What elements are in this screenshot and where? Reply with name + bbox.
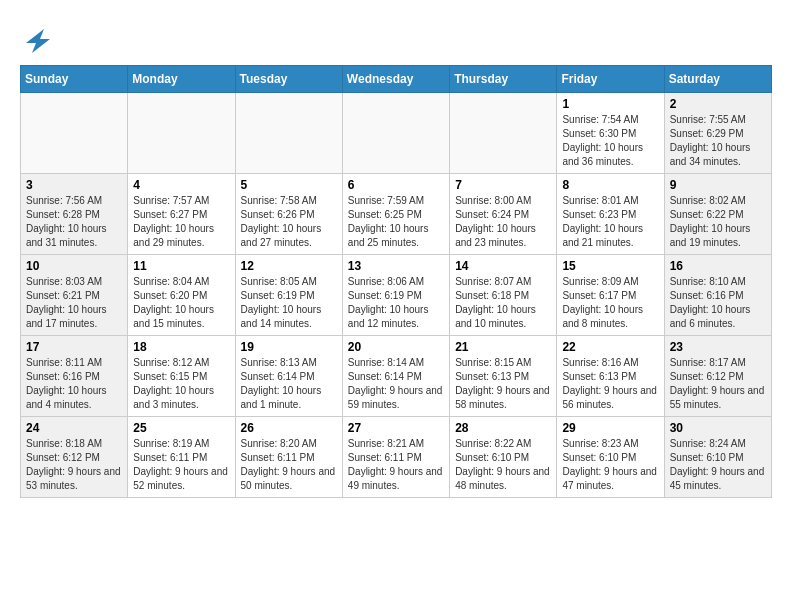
day-number: 2 [670,97,766,111]
calendar-cell: 23Sunrise: 8:17 AMSunset: 6:12 PMDayligh… [664,336,771,417]
calendar-cell: 30Sunrise: 8:24 AMSunset: 6:10 PMDayligh… [664,417,771,498]
weekday-header-sunday: Sunday [21,66,128,93]
day-number: 20 [348,340,444,354]
day-info: Sunrise: 8:23 AMSunset: 6:10 PMDaylight:… [562,437,658,493]
calendar-cell: 1Sunrise: 7:54 AMSunset: 6:30 PMDaylight… [557,93,664,174]
day-number: 29 [562,421,658,435]
calendar-cell: 16Sunrise: 8:10 AMSunset: 6:16 PMDayligh… [664,255,771,336]
day-info: Sunrise: 8:19 AMSunset: 6:11 PMDaylight:… [133,437,229,493]
day-info: Sunrise: 8:00 AMSunset: 6:24 PMDaylight:… [455,194,551,250]
day-number: 19 [241,340,337,354]
day-number: 11 [133,259,229,273]
day-info: Sunrise: 7:56 AMSunset: 6:28 PMDaylight:… [26,194,122,250]
day-info: Sunrise: 8:02 AMSunset: 6:22 PMDaylight:… [670,194,766,250]
day-info: Sunrise: 8:03 AMSunset: 6:21 PMDaylight:… [26,275,122,331]
calendar-cell: 12Sunrise: 8:05 AMSunset: 6:19 PMDayligh… [235,255,342,336]
day-info: Sunrise: 8:24 AMSunset: 6:10 PMDaylight:… [670,437,766,493]
day-info: Sunrise: 7:54 AMSunset: 6:30 PMDaylight:… [562,113,658,169]
calendar-week-4: 17Sunrise: 8:11 AMSunset: 6:16 PMDayligh… [21,336,772,417]
day-info: Sunrise: 8:09 AMSunset: 6:17 PMDaylight:… [562,275,658,331]
calendar-week-5: 24Sunrise: 8:18 AMSunset: 6:12 PMDayligh… [21,417,772,498]
day-number: 27 [348,421,444,435]
day-number: 12 [241,259,337,273]
day-info: Sunrise: 8:12 AMSunset: 6:15 PMDaylight:… [133,356,229,412]
day-number: 17 [26,340,122,354]
day-number: 7 [455,178,551,192]
calendar-cell: 5Sunrise: 7:58 AMSunset: 6:26 PMDaylight… [235,174,342,255]
day-info: Sunrise: 8:21 AMSunset: 6:11 PMDaylight:… [348,437,444,493]
weekday-header-tuesday: Tuesday [235,66,342,93]
calendar-cell: 15Sunrise: 8:09 AMSunset: 6:17 PMDayligh… [557,255,664,336]
day-info: Sunrise: 7:55 AMSunset: 6:29 PMDaylight:… [670,113,766,169]
day-info: Sunrise: 8:10 AMSunset: 6:16 PMDaylight:… [670,275,766,331]
day-info: Sunrise: 7:58 AMSunset: 6:26 PMDaylight:… [241,194,337,250]
calendar-cell [450,93,557,174]
day-number: 21 [455,340,551,354]
calendar-cell: 6Sunrise: 7:59 AMSunset: 6:25 PMDaylight… [342,174,449,255]
weekday-header-saturday: Saturday [664,66,771,93]
logo-icon [22,25,52,55]
calendar-week-1: 1Sunrise: 7:54 AMSunset: 6:30 PMDaylight… [21,93,772,174]
calendar-cell: 21Sunrise: 8:15 AMSunset: 6:13 PMDayligh… [450,336,557,417]
calendar-cell [342,93,449,174]
calendar-cell: 11Sunrise: 8:04 AMSunset: 6:20 PMDayligh… [128,255,235,336]
weekday-header-monday: Monday [128,66,235,93]
calendar-cell: 13Sunrise: 8:06 AMSunset: 6:19 PMDayligh… [342,255,449,336]
calendar-header-row: SundayMondayTuesdayWednesdayThursdayFrid… [21,66,772,93]
page-header [20,20,772,55]
day-info: Sunrise: 8:22 AMSunset: 6:10 PMDaylight:… [455,437,551,493]
calendar-cell: 14Sunrise: 8:07 AMSunset: 6:18 PMDayligh… [450,255,557,336]
svg-marker-0 [26,29,50,53]
day-info: Sunrise: 8:14 AMSunset: 6:14 PMDaylight:… [348,356,444,412]
calendar-cell: 27Sunrise: 8:21 AMSunset: 6:11 PMDayligh… [342,417,449,498]
calendar-cell: 8Sunrise: 8:01 AMSunset: 6:23 PMDaylight… [557,174,664,255]
calendar-cell: 10Sunrise: 8:03 AMSunset: 6:21 PMDayligh… [21,255,128,336]
day-info: Sunrise: 8:17 AMSunset: 6:12 PMDaylight:… [670,356,766,412]
calendar-cell: 4Sunrise: 7:57 AMSunset: 6:27 PMDaylight… [128,174,235,255]
day-number: 14 [455,259,551,273]
day-number: 4 [133,178,229,192]
day-number: 28 [455,421,551,435]
weekday-header-friday: Friday [557,66,664,93]
day-info: Sunrise: 8:13 AMSunset: 6:14 PMDaylight:… [241,356,337,412]
day-info: Sunrise: 8:04 AMSunset: 6:20 PMDaylight:… [133,275,229,331]
calendar-cell [21,93,128,174]
day-number: 10 [26,259,122,273]
calendar-cell: 22Sunrise: 8:16 AMSunset: 6:13 PMDayligh… [557,336,664,417]
day-number: 9 [670,178,766,192]
calendar-cell: 7Sunrise: 8:00 AMSunset: 6:24 PMDaylight… [450,174,557,255]
day-info: Sunrise: 7:59 AMSunset: 6:25 PMDaylight:… [348,194,444,250]
day-info: Sunrise: 8:06 AMSunset: 6:19 PMDaylight:… [348,275,444,331]
calendar-cell [128,93,235,174]
calendar-week-3: 10Sunrise: 8:03 AMSunset: 6:21 PMDayligh… [21,255,772,336]
day-number: 5 [241,178,337,192]
day-number: 18 [133,340,229,354]
calendar-cell: 20Sunrise: 8:14 AMSunset: 6:14 PMDayligh… [342,336,449,417]
day-number: 30 [670,421,766,435]
calendar-table: SundayMondayTuesdayWednesdayThursdayFrid… [20,65,772,498]
day-number: 1 [562,97,658,111]
day-number: 3 [26,178,122,192]
day-number: 8 [562,178,658,192]
day-info: Sunrise: 8:07 AMSunset: 6:18 PMDaylight:… [455,275,551,331]
calendar-cell: 25Sunrise: 8:19 AMSunset: 6:11 PMDayligh… [128,417,235,498]
day-number: 15 [562,259,658,273]
day-number: 6 [348,178,444,192]
day-number: 13 [348,259,444,273]
calendar-cell: 24Sunrise: 8:18 AMSunset: 6:12 PMDayligh… [21,417,128,498]
calendar-cell: 28Sunrise: 8:22 AMSunset: 6:10 PMDayligh… [450,417,557,498]
calendar-cell: 2Sunrise: 7:55 AMSunset: 6:29 PMDaylight… [664,93,771,174]
weekday-header-thursday: Thursday [450,66,557,93]
calendar-cell: 19Sunrise: 8:13 AMSunset: 6:14 PMDayligh… [235,336,342,417]
day-info: Sunrise: 8:20 AMSunset: 6:11 PMDaylight:… [241,437,337,493]
calendar-week-2: 3Sunrise: 7:56 AMSunset: 6:28 PMDaylight… [21,174,772,255]
day-info: Sunrise: 8:05 AMSunset: 6:19 PMDaylight:… [241,275,337,331]
weekday-header-wednesday: Wednesday [342,66,449,93]
day-number: 24 [26,421,122,435]
day-number: 16 [670,259,766,273]
day-number: 22 [562,340,658,354]
day-number: 25 [133,421,229,435]
day-info: Sunrise: 8:16 AMSunset: 6:13 PMDaylight:… [562,356,658,412]
calendar-cell: 9Sunrise: 8:02 AMSunset: 6:22 PMDaylight… [664,174,771,255]
day-info: Sunrise: 8:15 AMSunset: 6:13 PMDaylight:… [455,356,551,412]
